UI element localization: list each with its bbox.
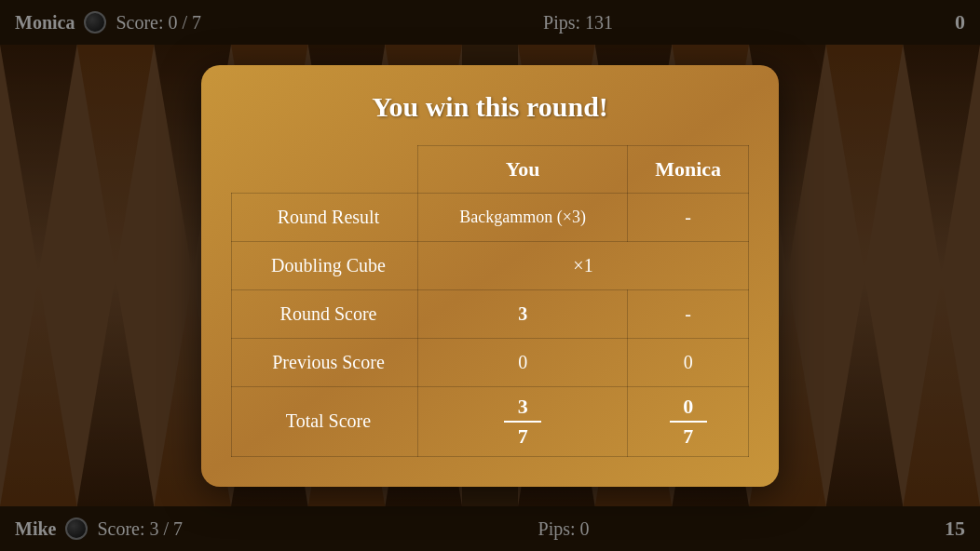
round-score-label: Round Score bbox=[232, 289, 418, 338]
total-score-label: Total Score bbox=[232, 386, 418, 456]
you-fraction-numerator: 3 bbox=[518, 395, 528, 419]
round-score-you: 3 bbox=[418, 289, 628, 338]
doubling-cube-row: Doubling Cube ×1 bbox=[232, 241, 749, 289]
monica-fraction: 0 7 bbox=[670, 395, 707, 449]
monica-fraction-numerator: 0 bbox=[683, 395, 693, 419]
previous-score-monica: 0 bbox=[628, 338, 749, 386]
score-modal: You win this round! You Monica Round Res… bbox=[201, 65, 779, 487]
round-result-row: Round Result Backgammon (×3) - bbox=[232, 193, 749, 241]
header-you: You bbox=[418, 145, 628, 193]
total-score-monica: 0 7 bbox=[628, 386, 749, 456]
doubling-cube-label: Doubling Cube bbox=[232, 241, 418, 289]
round-result-label: Round Result bbox=[232, 193, 418, 241]
monica-fraction-line bbox=[670, 421, 707, 423]
modal-title: You win this round! bbox=[231, 91, 749, 123]
table-header-row: You Monica bbox=[232, 145, 749, 193]
modal-overlay: You win this round! You Monica Round Res… bbox=[0, 0, 980, 551]
you-fraction-line bbox=[504, 421, 541, 423]
you-fraction: 3 7 bbox=[504, 395, 541, 449]
total-score-you: 3 7 bbox=[418, 386, 628, 456]
round-score-row: Round Score 3 - bbox=[232, 289, 749, 338]
round-score-monica: - bbox=[628, 289, 749, 338]
doubling-cube-value: ×1 bbox=[418, 241, 749, 289]
board-background: Monica Score: 0 / 7 Pips: 131 0 Mike Sco… bbox=[0, 0, 980, 551]
header-empty bbox=[232, 145, 418, 193]
score-table: You Monica Round Result Backgammon (×3) … bbox=[231, 145, 749, 457]
previous-score-row: Previous Score 0 0 bbox=[232, 338, 749, 386]
monica-fraction-denominator: 7 bbox=[683, 424, 693, 449]
header-monica: Monica bbox=[628, 145, 749, 193]
you-fraction-denominator: 7 bbox=[518, 424, 528, 449]
previous-score-you: 0 bbox=[418, 338, 628, 386]
total-score-row: Total Score 3 7 0 bbox=[232, 386, 749, 456]
round-result-you: Backgammon (×3) bbox=[418, 193, 628, 241]
previous-score-label: Previous Score bbox=[232, 338, 418, 386]
round-result-monica: - bbox=[628, 193, 749, 241]
